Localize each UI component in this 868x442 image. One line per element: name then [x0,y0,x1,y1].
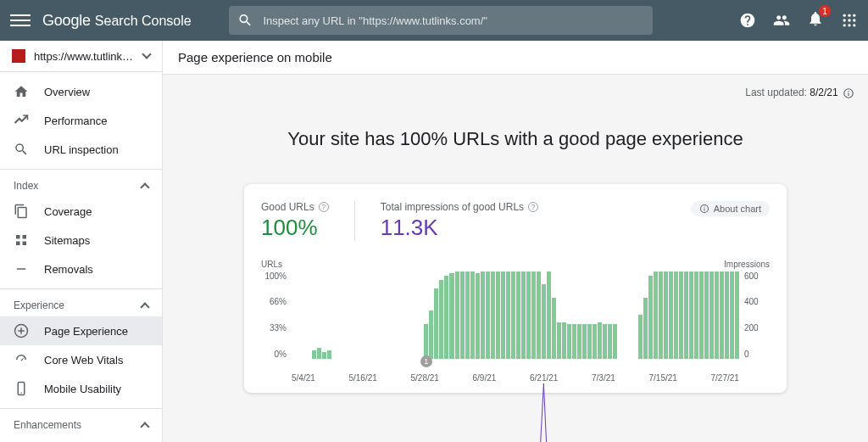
last-updated: Last updated: 8/2/21 [176,75,854,111]
info-icon[interactable] [843,87,854,99]
sidebar-item-label: Page Experience [44,325,128,338]
notification-badge: 1 [819,5,831,17]
y-left-title: URLs [261,260,282,269]
remove-icon [14,261,29,277]
notifications[interactable]: 1 [807,10,824,31]
y-right-title: Impressions [724,260,770,269]
about-chart-button[interactable]: About chart [691,201,770,216]
hamburger-menu-icon[interactable] [10,10,31,31]
help-icon[interactable]: ? [319,202,329,212]
logo-search-console: Search Console [95,14,192,29]
sidebar-item-label: Performance [44,115,107,127]
property-favicon [12,49,25,63]
property-selector[interactable]: https://www.tutlinks.com/ [0,41,162,72]
people-icon[interactable] [773,12,790,29]
header-actions: 1 [739,10,858,31]
logo: Google Search Console [42,12,192,30]
property-url: https://www.tutlinks.com/ [34,50,135,63]
sidebar-item-label: Sitemaps [44,234,90,247]
speed-icon [14,352,29,367]
sidebar: https://www.tutlinks.com/ OverviewPerfor… [0,41,163,442]
sidebar-item-label: URL inspection [44,143,119,156]
chevron-down-icon [142,49,151,59]
svg-point-8 [853,24,855,26]
metric-good-label: Good URLs [261,201,314,213]
copy-icon [14,204,29,219]
home-icon [14,84,29,99]
url-inspect-input[interactable] [263,14,643,27]
sidebar-item-page-exp[interactable]: Page Experience [0,316,162,345]
svg-point-7 [848,24,850,26]
sidebar-item-sitemaps[interactable]: Sitemaps [0,226,162,255]
info-icon [699,204,709,214]
main-content: Page experience on mobile Last updated: … [163,41,868,442]
metrics-card: Good URLs ? 100% Total impressions of go… [244,184,787,393]
metric-impr-value: 11.3K [381,215,538,241]
sidebar-item-coverage[interactable]: Coverage [0,197,162,226]
chart-annotation[interactable]: 1 [420,355,432,367]
url-inspect-search[interactable] [229,6,653,35]
search-icon [14,142,29,157]
y-right-ticks: 6004002000 [741,271,770,359]
x-axis-ticks: 5/4/215/16/215/28/216/9/216/21/217/3/217… [292,373,739,383]
svg-point-4 [848,19,850,21]
chevron-up-icon [140,182,149,192]
sidebar-item-amp[interactable]: AMP [0,436,162,442]
sidebar-item-mob[interactable]: Mobile Usability [0,374,162,403]
logo-google: Google [42,12,91,30]
help-icon[interactable] [739,12,756,29]
perf-icon [14,113,29,128]
svg-point-1 [848,14,850,17]
svg-point-2 [853,14,855,17]
help-icon[interactable]: ? [528,202,538,212]
search-icon [237,12,253,29]
phone-icon [14,381,29,396]
svg-point-5 [853,19,855,21]
apps-icon[interactable] [841,12,858,29]
sidebar-item-url-insp[interactable]: URL inspection [0,135,162,164]
chevron-up-icon [140,302,149,311]
sidebar-item-label: Removals [44,263,93,276]
sidebar-item-label: Coverage [44,205,92,218]
sidebar-item-removals[interactable]: Removals [0,255,162,283]
sidebar-item-cwv[interactable]: Core Web Vitals [0,345,162,374]
metric-good-urls[interactable]: Good URLs ? 100% [261,201,355,241]
svg-point-11 [20,393,22,394]
plus-icon [14,323,29,338]
sidebar-item-label: Overview [44,86,90,98]
summary-headline: Your site has 100% URLs with a good page… [176,128,854,150]
sidebar-item-overview[interactable]: Overview [0,77,162,106]
svg-point-6 [843,24,846,26]
svg-point-0 [843,14,846,17]
sitemap-icon [14,232,29,248]
metric-impr-label: Total impressions of good URLs [381,201,524,213]
chart[interactable]: URLs Impressions 100%66%33%0% 6004002000… [261,260,770,383]
sidebar-section-experience[interactable]: Experience [0,294,162,316]
sidebar-section-index[interactable]: Index [0,175,162,197]
sidebar-item-label: Core Web Vitals [44,354,123,366]
sidebar-item-label: Mobile Usability [44,383,121,395]
sidebar-item-performance[interactable]: Performance [0,106,162,135]
y-left-ticks: 100%66%33%0% [261,271,290,359]
svg-point-3 [843,19,846,21]
chart-line [292,383,739,442]
chevron-up-icon [140,422,149,431]
metric-impressions[interactable]: Total impressions of good URLs ? 11.3K [381,201,538,241]
app-header: Google Search Console 1 [0,0,868,41]
page-title: Page experience on mobile [163,41,868,75]
metric-good-value: 100% [261,215,329,241]
sidebar-section-enhancements[interactable]: Enhancements [0,414,162,436]
